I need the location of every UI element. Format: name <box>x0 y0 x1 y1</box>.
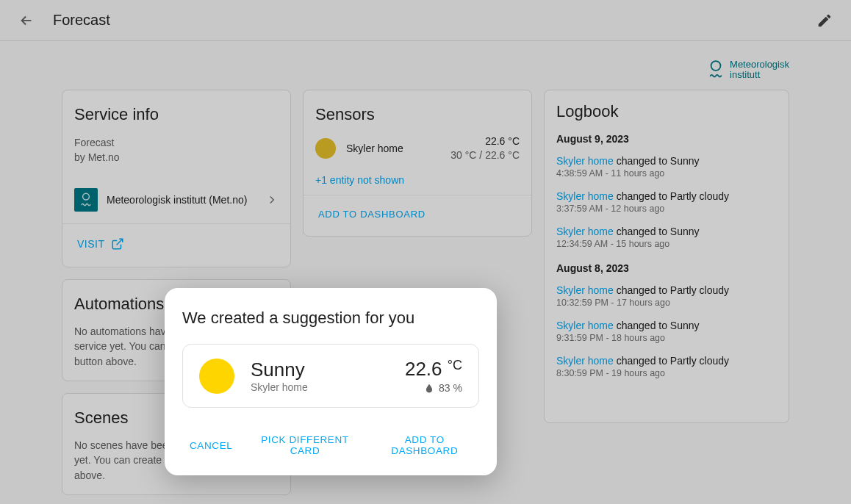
suggestion-dialog: We created a suggestion for you Sunny Sk… <box>165 288 497 475</box>
cancel-button[interactable]: CANCEL <box>182 428 240 462</box>
temp-unit: °C <box>448 358 462 372</box>
humidity-icon <box>424 383 434 393</box>
sun-icon <box>199 359 234 394</box>
suggestion-preview-card: Sunny Skyler home 22.6 °C 83 % <box>182 344 479 408</box>
pick-different-card-button[interactable]: PICK DIFFERENT CARD <box>245 428 364 462</box>
dialog-title: We created a suggestion for you <box>182 309 479 328</box>
weather-state: Sunny <box>251 359 308 381</box>
dialog-add-to-dashboard-button[interactable]: ADD TO DASHBOARD <box>370 428 479 462</box>
humidity-value: 83 % <box>439 382 462 394</box>
temp-value: 22.6 <box>405 358 442 380</box>
weather-location: Skyler home <box>251 381 308 393</box>
